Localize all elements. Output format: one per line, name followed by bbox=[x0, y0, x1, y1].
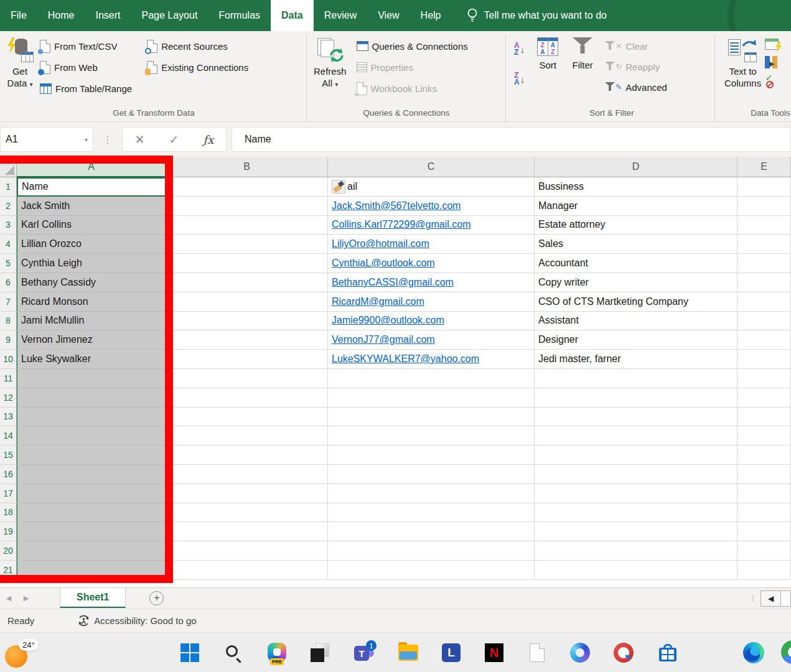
cell-B7[interactable] bbox=[166, 292, 328, 312]
cell-E17[interactable] bbox=[737, 484, 791, 503]
cell-B5[interactable] bbox=[166, 254, 328, 273]
cell-D15[interactable] bbox=[535, 446, 737, 465]
cell-D5[interactable]: Accountant bbox=[535, 254, 737, 273]
cell-C16[interactable] bbox=[328, 465, 535, 484]
cell-B15[interactable] bbox=[166, 446, 328, 465]
get-data-button[interactable]: GetData ▾ bbox=[2, 36, 37, 91]
insert-function-icon[interactable]: ƒx bbox=[204, 133, 214, 146]
cell-C11[interactable] bbox=[328, 369, 535, 388]
cell-D17[interactable] bbox=[535, 484, 737, 503]
cell-A12[interactable] bbox=[17, 388, 166, 408]
row-header-18[interactable]: 18 bbox=[0, 503, 17, 523]
text-to-columns-button[interactable]: Text toColumns bbox=[721, 36, 765, 90]
windows-start-button[interactable] bbox=[179, 642, 201, 664]
sheet-nav-right-icon[interactable]: ▶ bbox=[17, 594, 35, 602]
cell-C12[interactable] bbox=[328, 388, 535, 408]
cell-C8[interactable]: Jamie9900@outlook.com bbox=[328, 312, 535, 331]
cell-A18[interactable] bbox=[17, 503, 166, 523]
cell-A11[interactable] bbox=[17, 369, 166, 388]
cell-D9[interactable]: Designer bbox=[535, 330, 737, 350]
cell-D13[interactable] bbox=[535, 408, 737, 427]
tab-home[interactable]: Home bbox=[37, 0, 85, 31]
cell-A5[interactable]: Cynthia Leigh bbox=[17, 254, 166, 273]
cell-E19[interactable] bbox=[737, 522, 791, 541]
tab-view[interactable]: View bbox=[367, 0, 410, 31]
column-header-A[interactable]: A bbox=[17, 157, 166, 177]
cell-C18[interactable] bbox=[328, 503, 535, 523]
sort-descending-button[interactable]: ZA↓ bbox=[514, 70, 525, 88]
tab-insert[interactable]: Insert bbox=[85, 0, 131, 31]
enter-icon[interactable]: ✓ bbox=[169, 133, 179, 147]
cell-B13[interactable] bbox=[166, 408, 328, 427]
cell-A14[interactable] bbox=[17, 426, 166, 446]
cell-A17[interactable] bbox=[17, 484, 166, 503]
cell-E16[interactable] bbox=[737, 465, 791, 484]
l-app-button[interactable]: L bbox=[440, 642, 462, 664]
row-header-15[interactable]: 15 bbox=[0, 446, 17, 465]
select-all-corner[interactable] bbox=[0, 157, 17, 177]
cell-D12[interactable] bbox=[535, 388, 737, 408]
row-header-6[interactable]: 6 bbox=[0, 273, 17, 292]
notepad-button[interactable] bbox=[526, 642, 548, 664]
cell-E14[interactable] bbox=[737, 426, 791, 446]
copilot-button[interactable]: PRE bbox=[266, 642, 289, 664]
cell-A9[interactable]: Vernon Jimenez bbox=[17, 330, 166, 350]
netflix-button[interactable]: N bbox=[483, 642, 505, 664]
cell-C20[interactable] bbox=[328, 541, 535, 561]
column-header-B[interactable]: B bbox=[166, 157, 328, 177]
cell-D10[interactable]: Jedi master, farner bbox=[535, 350, 737, 369]
formula-input[interactable]: Name bbox=[232, 127, 791, 152]
row-header-20[interactable]: 20 bbox=[0, 541, 17, 561]
from-table-range-button[interactable]: From Table/Range bbox=[40, 81, 132, 96]
from-text-csv-button[interactable]: From Text/CSV bbox=[40, 39, 132, 54]
cell-E5[interactable] bbox=[737, 254, 791, 273]
cell-D3[interactable]: Estate attorney bbox=[535, 216, 737, 235]
existing-connections-button[interactable]: Existing Connections bbox=[147, 60, 248, 75]
row-header-8[interactable]: 8 bbox=[0, 312, 17, 331]
cell-E11[interactable] bbox=[737, 369, 791, 388]
column-header-E[interactable]: E bbox=[737, 157, 791, 177]
properties-button[interactable]: Properties bbox=[357, 60, 468, 75]
cell-B4[interactable] bbox=[166, 235, 328, 254]
filter-button[interactable]: Filter bbox=[568, 36, 597, 72]
cell-B21[interactable] bbox=[166, 561, 328, 580]
row-header-21[interactable]: 21 bbox=[0, 561, 17, 580]
cell-A7[interactable]: Ricard Monson bbox=[17, 292, 166, 312]
tab-formulas[interactable]: Formulas bbox=[208, 0, 271, 31]
cell-C17[interactable] bbox=[328, 484, 535, 503]
cell-D21[interactable] bbox=[535, 561, 737, 580]
cell-C10[interactable]: LukeSKYWALKER7@yahoo.com bbox=[328, 350, 535, 369]
cell-B11[interactable] bbox=[166, 369, 328, 388]
cell-C19[interactable] bbox=[328, 522, 535, 541]
refresh-all-button[interactable]: RefreshAll ▾ bbox=[310, 36, 350, 91]
row-header-4[interactable]: 4 bbox=[0, 235, 17, 254]
cell-D4[interactable]: Sales bbox=[535, 235, 737, 254]
cell-E18[interactable] bbox=[737, 503, 791, 523]
cell-D8[interactable]: Assistant bbox=[535, 312, 737, 331]
cell-D2[interactable]: Manager bbox=[535, 197, 737, 216]
cell-A13[interactable] bbox=[17, 408, 166, 427]
cell-E1[interactable] bbox=[737, 177, 791, 197]
tab-help[interactable]: Help bbox=[410, 0, 452, 31]
cell-C6[interactable]: BethanyCASSI@gmail.com bbox=[328, 273, 535, 292]
cell-C21[interactable] bbox=[328, 561, 535, 580]
cell-E13[interactable] bbox=[737, 408, 791, 427]
cell-E12[interactable] bbox=[737, 388, 791, 408]
cell-B9[interactable] bbox=[166, 330, 328, 350]
cell-B1[interactable] bbox=[166, 177, 328, 197]
cell-C3[interactable]: Collins.Karl772299@gmail.com bbox=[328, 216, 535, 235]
cell-B18[interactable] bbox=[166, 503, 328, 523]
cell-B10[interactable] bbox=[166, 350, 328, 369]
row-header-19[interactable]: 19 bbox=[0, 522, 17, 541]
cell-D11[interactable] bbox=[535, 369, 737, 388]
cell-E20[interactable] bbox=[737, 541, 791, 561]
cell-A19[interactable] bbox=[17, 522, 166, 541]
cell-A15[interactable] bbox=[17, 446, 166, 465]
row-header-5[interactable]: 5 bbox=[0, 254, 17, 273]
cell-C4[interactable]: LiliyOro@hotmail.com bbox=[328, 235, 535, 254]
advanced-filter-button[interactable]: ✎Advanced bbox=[604, 80, 667, 95]
cell-D7[interactable]: CSO of CTS Martketing Company bbox=[535, 292, 737, 312]
row-header-3[interactable]: 3 bbox=[0, 216, 17, 235]
cell-C7[interactable]: RicardM@gmail.com bbox=[328, 292, 535, 312]
row-header-2[interactable]: 2 bbox=[0, 197, 17, 216]
